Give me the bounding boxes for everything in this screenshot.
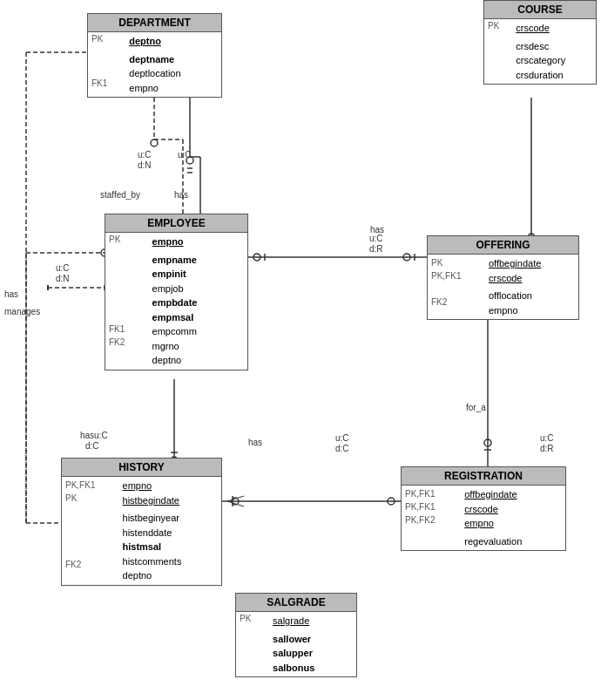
hist-histbegindate: histbegindate: [123, 493, 216, 508]
hist-pk-fields: empno histbegindate: [118, 477, 221, 509]
label-dr-6: d:R: [540, 444, 554, 453]
hist-deptno: deptno: [123, 568, 216, 583]
course-blank-label: [484, 37, 510, 85]
off-crscode: crscode: [489, 271, 573, 286]
emp-pk-fields: empno: [147, 233, 247, 251]
offering-entity: OFFERING PK PK,FK1 offbegindate crscode …: [427, 235, 579, 320]
label-dn-1: d:N: [138, 160, 152, 170]
course-header: COURSE: [484, 1, 596, 19]
hist-histenddate: histenddate: [123, 526, 216, 540]
reg-regevaluation: regevaluation: [464, 534, 560, 549]
label-uc-3: u:C: [56, 263, 70, 273]
dept-pk-label: PK: [88, 32, 124, 51]
svg-point-35: [232, 498, 239, 505]
reg-pk-labels: PK,FK1 PK,FK1 PK,FK2: [402, 486, 459, 533]
offering-header: OFFERING: [428, 236, 578, 255]
emp-fk-labels: FK1 FK2: [105, 251, 147, 370]
svg-point-26: [253, 254, 260, 261]
sal-attr-fields: sallower salupper salbonus: [267, 630, 356, 677]
employee-header: EMPLOYEE: [105, 214, 247, 233]
registration-header: REGISTRATION: [402, 467, 565, 486]
history-entity: HISTORY PK,FK1 PK empno histbegindate FK…: [61, 458, 222, 586]
emp-empjob: empjob: [152, 282, 242, 296]
employee-entity: EMPLOYEE PK empno FK1 FK2 empname empini…: [105, 214, 248, 370]
label-uc-5: u:C: [335, 433, 349, 443]
reg-attr-fields: regevaluation: [459, 533, 565, 551]
dept-deptlocation: deptlocation: [129, 66, 216, 81]
svg-point-30: [484, 439, 491, 446]
label-has-left: has: [4, 289, 18, 299]
hist-pk-labels: PK,FK1 PK: [62, 477, 118, 509]
emp-deptno: deptno: [152, 353, 242, 368]
reg-crscode: crscode: [464, 502, 560, 517]
emp-empno: empno: [152, 234, 242, 249]
label-dr-4: d:R: [369, 244, 383, 254]
reg-blank-label: [402, 533, 459, 551]
sal-pk-label: PK: [236, 612, 267, 630]
salgrade-entity: SALGRADE PK salgrade sallower salupper s…: [235, 593, 357, 677]
sal-salbonus: salbonus: [273, 661, 351, 676]
course-crscode: crscode: [516, 21, 591, 36]
dept-pk-fields: deptno: [124, 32, 221, 51]
label-hasu-c: hasu:C: [80, 431, 108, 440]
dept-deptno: deptno: [129, 34, 216, 49]
label-uc-4: u:C: [369, 234, 383, 243]
course-entity: COURSE PK crscode crsdesc crscategory cr…: [483, 0, 597, 85]
sal-sallower: sallower: [273, 632, 351, 647]
dept-deptname: deptname: [129, 52, 216, 67]
registration-entity: REGISTRATION PK,FK1 PK,FK1 PK,FK2 offbeg…: [401, 466, 566, 551]
off-fk2-label: FK2: [428, 287, 483, 319]
course-crsduration: crsduration: [516, 68, 591, 83]
dept-empno: empno: [129, 81, 216, 96]
reg-empno: empno: [464, 516, 560, 531]
off-empno: empno: [489, 303, 573, 318]
svg-line-38: [227, 501, 244, 506]
hist-empno: empno: [123, 479, 216, 493]
emp-pk-label: PK: [105, 233, 147, 251]
hist-histmsal: histmsal: [123, 540, 216, 554]
label-dn-3: d:N: [56, 274, 70, 283]
svg-point-17: [151, 139, 158, 146]
svg-point-34: [388, 498, 395, 505]
off-attr-fields: offlocation empno: [483, 287, 578, 319]
label-dc: d:C: [85, 441, 99, 451]
dept-fk1-label: FK1: [88, 51, 124, 98]
hist-histcomments: histcomments: [123, 554, 216, 569]
label-staffed-by: staffed_by: [100, 190, 140, 200]
sal-salgrade: salgrade: [273, 614, 351, 629]
history-header: HISTORY: [62, 459, 221, 477]
dept-attr-fields: deptname deptlocation empno: [124, 51, 221, 98]
hist-fk2-label: FK2: [62, 509, 118, 585]
department-header: DEPARTMENT: [88, 14, 221, 32]
off-offbegindate: offbegindate: [489, 256, 573, 271]
label-has-3: has: [248, 438, 262, 447]
off-pk-label: PK PK,FK1: [428, 255, 483, 287]
reg-pk-fields: offbegindate crscode empno: [459, 486, 565, 533]
label-manages: manages: [4, 307, 40, 316]
salgrade-header: SALGRADE: [236, 594, 356, 612]
emp-mgrno: mgrno: [152, 339, 242, 354]
svg-point-24: [403, 254, 410, 261]
emp-empcomm: empcomm: [152, 324, 242, 339]
emp-empbdate: empbdate: [152, 296, 242, 310]
label-uc-1: u:C: [138, 150, 152, 160]
sal-salupper: salupper: [273, 646, 351, 661]
label-uc-2: u:C: [178, 150, 192, 160]
sal-blank-label: [236, 630, 267, 677]
label-has-1: has: [174, 190, 188, 200]
course-crscategory: crscategory: [516, 53, 591, 68]
emp-empinit: empinit: [152, 267, 242, 282]
hist-histbeginyear: histbeginyear: [123, 511, 216, 526]
label-dc-5: d:C: [335, 444, 349, 453]
emp-empname: empname: [152, 253, 242, 268]
label-for-a: for_a: [466, 403, 486, 412]
sal-pk-fields: salgrade: [267, 612, 356, 630]
hist-attr-fields: histbeginyear histenddate histmsal histc…: [118, 509, 221, 585]
department-entity: DEPARTMENT PK deptno FK1 deptname deptlo…: [87, 13, 222, 98]
label-uc-6: u:C: [540, 433, 554, 443]
emp-empmsal: empmsal: [152, 310, 242, 325]
course-attr-fields: crsdesc crscategory crsduration: [510, 37, 596, 85]
emp-attr-fields: empname empinit empjob empbdate empmsal …: [147, 251, 247, 370]
off-pk-fields: offbegindate crscode: [483, 255, 578, 287]
svg-line-37: [227, 496, 244, 501]
